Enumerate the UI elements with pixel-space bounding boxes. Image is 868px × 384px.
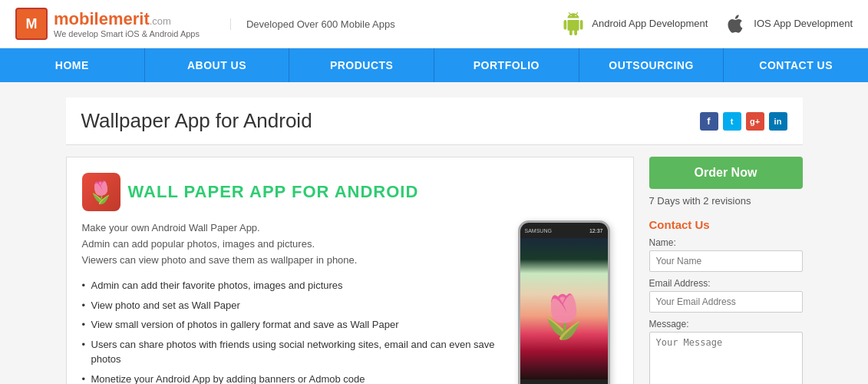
email-input[interactable] (649, 291, 803, 313)
email-label: Email Address: (649, 278, 803, 289)
revision-text: 7 Days with 2 revisions (649, 195, 803, 207)
logo-name: mobilemerit.com (54, 9, 171, 28)
app-banner-header: 🌷 WALL PAPER APP FOR ANDROID (82, 173, 618, 211)
logo-subtitle: We develop Smart iOS & Android Apps (54, 29, 200, 38)
phone-showcase: Make your own Android Wall Paper App. Ad… (82, 220, 618, 384)
header: M mobilemerit.com We develop Smart iOS &… (0, 0, 868, 48)
name-input[interactable] (649, 250, 803, 272)
phone-frame: SAMSUNG 12:37 🌷 📞 ⊙ 🌐 (518, 220, 610, 384)
nav-outsourcing[interactable]: OUTSOURCING (579, 48, 724, 82)
list-item: View small version of photos in gallery … (82, 315, 507, 335)
nav-products[interactable]: PRODUCTS (289, 48, 434, 82)
message-textarea[interactable] (649, 332, 803, 384)
phone-screen: 🌷 (520, 238, 608, 379)
sidebar: Order Now 7 Days with 2 revisions Contac… (649, 157, 803, 384)
main-nav: HOME ABOUT US PRODUCTS PORTFOLIO OUTSOUR… (0, 48, 868, 82)
logo-text: mobilemerit.com We develop Smart iOS & A… (54, 9, 200, 38)
header-apps: Android App Development IOS App Developm… (561, 12, 853, 36)
content-wrapper: Wallpaper App for Android f t g+ in 🌷 WA… (66, 98, 803, 384)
phone-status-bar: SAMSUNG 12:37 (520, 223, 608, 238)
app-logo: 🌷 (82, 173, 120, 211)
name-label: Name: (649, 237, 803, 248)
message-label: Message: (649, 319, 803, 329)
list-item: View photo and set as Wall Paper (82, 296, 507, 316)
order-now-button[interactable]: Order Now (649, 157, 803, 189)
app-intro: Make your own Android Wall Paper App. Ad… (82, 220, 507, 268)
page-title: Wallpaper App for Android (81, 109, 312, 133)
logo-area: M mobilemerit.com We develop Smart iOS &… (15, 8, 200, 40)
list-item: Admin can add their favorite photos, ima… (82, 276, 507, 296)
app-features-list: Admin can add their favorite photos, ima… (82, 276, 507, 384)
nav-portfolio[interactable]: PORTFOLIO (434, 48, 579, 82)
logo-title: mobilemerit.com (54, 9, 200, 29)
facebook-icon[interactable]: f (700, 112, 718, 131)
nav-contact[interactable]: CONTACT US (724, 48, 868, 82)
android-app-label: Android App Development (592, 18, 708, 31)
app-description: Make your own Android Wall Paper App. Ad… (82, 220, 507, 384)
nav-home[interactable]: HOME (0, 48, 145, 82)
apple-icon (723, 12, 748, 36)
social-icons: f t g+ in (700, 112, 787, 131)
googleplus-icon[interactable]: g+ (746, 112, 764, 131)
ios-app-badge: IOS App Development (723, 12, 853, 36)
contact-form-title: Contact Us (649, 218, 803, 231)
page-title-row: Wallpaper App for Android f t g+ in (66, 98, 803, 145)
content-area: 🌷 WALL PAPER APP FOR ANDROID Make your o… (66, 157, 634, 384)
header-tagline: Developed Over 600 Mobile Apps (230, 18, 395, 30)
page-content: Wallpaper App for Android f t g+ in 🌷 WA… (0, 82, 868, 384)
phone-mockup: SAMSUNG 12:37 🌷 📞 ⊙ 🌐 (518, 220, 618, 384)
android-icon (561, 12, 586, 36)
linkedin-icon[interactable]: in (769, 112, 787, 131)
nav-about[interactable]: ABOUT US (145, 48, 290, 82)
list-item: Monetize your Android App by adding bann… (82, 369, 507, 384)
logo-icon: M (15, 8, 48, 40)
main-layout: 🌷 WALL PAPER APP FOR ANDROID Make your o… (66, 157, 803, 384)
android-app-badge: Android App Development (561, 12, 708, 36)
ios-app-label: IOS App Development (754, 18, 853, 31)
phone-bottom-bar: 📞 ⊙ 🌐 (520, 379, 608, 384)
app-banner-title: WALL PAPER APP FOR ANDROID (128, 182, 419, 202)
list-item: Users can share photos with friends usin… (82, 335, 507, 369)
twitter-icon[interactable]: t (723, 112, 741, 131)
